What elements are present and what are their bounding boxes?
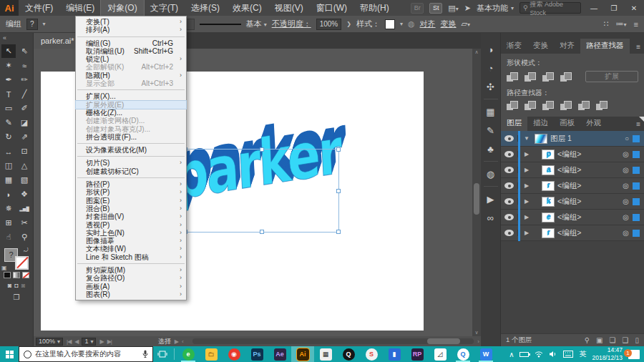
selection-indicator[interactable] — [633, 182, 640, 190]
last-artboard-icon[interactable]: ▶| — [107, 338, 112, 345]
eye-icon[interactable] — [504, 135, 514, 142]
none-button[interactable] — [22, 272, 29, 278]
eyedropper-tool[interactable]: ◗ — [1, 187, 16, 201]
opacity-input[interactable]: 100% — [316, 19, 342, 30]
selection-handle[interactable] — [336, 189, 341, 193]
wps-icon[interactable]: W — [474, 346, 497, 362]
expand-icon[interactable]: ▶ — [522, 151, 532, 157]
panel-menu-icon[interactable]: ≔▾ — [616, 19, 627, 29]
actions-panel-icon[interactable]: ▶ — [487, 190, 494, 208]
menu-item[interactable]: 切片(S)› — [76, 159, 186, 167]
expand-icon[interactable]: ▶ — [522, 198, 532, 205]
transparency-panel-icon[interactable]: ◍ — [487, 165, 494, 183]
collapse-tools-icon[interactable]: « — [0, 33, 33, 43]
blend-tool[interactable]: ❖ — [17, 187, 31, 201]
recolor-artwork-icon[interactable]: ✣ — [487, 77, 494, 96]
visibility-cell[interactable] — [501, 151, 518, 157]
screen-mode-button[interactable]: ❐ — [0, 293, 33, 301]
file-explorer-icon[interactable]: 🗀 — [200, 346, 223, 362]
layer-row-group[interactable]: ▶k<编组>◎ — [501, 194, 644, 210]
menubar-item[interactable]: 选择(S) — [185, 0, 226, 16]
notification-center-icon[interactable]: 1 — [628, 350, 640, 359]
touch-keyboard-icon[interactable] — [563, 351, 573, 358]
taskbar-search-input[interactable]: 在这里输入你要搜索的内容 — [19, 346, 153, 362]
perspective-grid-tool[interactable]: △ — [17, 159, 31, 172]
speaker-icon[interactable] — [549, 351, 557, 358]
symbol-sprayer-tool[interactable]: ✵ — [1, 202, 16, 215]
share-icon[interactable]: ➤ — [464, 4, 471, 13]
document-setup-icon[interactable]: ◍ — [408, 19, 415, 29]
target-icon[interactable]: ◎ — [623, 166, 629, 174]
menubar-item[interactable]: 帮助(H) — [353, 0, 396, 16]
pathfinder-tab-渐变[interactable]: 渐变 — [501, 39, 527, 54]
layer-row-group[interactable]: ▶r<编组>◎ — [501, 225, 644, 241]
menu-item[interactable]: 路径(P)› — [76, 180, 186, 188]
menu-item[interactable]: 混合(B)› — [76, 205, 186, 212]
new-sublayer-icon[interactable]: ❏ — [610, 336, 616, 344]
selection-indicator[interactable] — [633, 151, 640, 158]
selection-indicator[interactable] — [633, 167, 640, 174]
target-icon[interactable]: ○ — [625, 134, 629, 142]
menu-item[interactable]: 排列(A)› — [76, 26, 186, 34]
adobe-stock-search-input[interactable]: ⚲搜索 Adobe Stock — [519, 2, 581, 14]
layers-tab-画板[interactable]: 画板 — [554, 116, 580, 131]
start-button[interactable] — [0, 346, 19, 362]
pathfinder-tab-对齐[interactable]: 对齐 — [554, 39, 580, 54]
menu-item[interactable]: 实时上色(N)› — [76, 229, 186, 237]
profile-caret-icon[interactable]: ▾ — [43, 21, 46, 27]
menubar-item[interactable]: 编辑(E) — [59, 0, 101, 16]
selection-handle[interactable] — [336, 147, 341, 152]
scroll-left-icon[interactable]: ‹ — [182, 338, 183, 345]
selection-indicator[interactable] — [633, 135, 640, 142]
close-button[interactable]: ✕ — [627, 4, 641, 12]
links-panel-icon[interactable]: ∞ — [487, 208, 494, 227]
menu-item[interactable]: 扩展(X)... — [76, 92, 186, 100]
layer-name[interactable]: <编组> — [557, 197, 581, 207]
menu-item[interactable]: 图案(E)› — [76, 197, 186, 205]
stroke-color-swatch[interactable] — [15, 256, 29, 270]
symbols-panel-icon[interactable]: ♣ — [487, 140, 494, 158]
clipping-mask-icon[interactable]: ▣ — [596, 336, 602, 344]
selection-handle[interactable] — [336, 230, 341, 234]
brush-definition-select[interactable]: 基本 ▾ — [246, 19, 267, 29]
target-icon[interactable]: ◎ — [623, 150, 629, 158]
eye-icon[interactable] — [504, 182, 514, 189]
selection-tool[interactable]: ↖ — [1, 44, 16, 58]
after-effects-icon[interactable]: Ae — [268, 346, 291, 362]
menubar-item[interactable]: 窗口(W) — [310, 0, 353, 16]
menu-item[interactable]: 封套扭曲(V)› — [76, 212, 186, 220]
hand-tool[interactable]: ☝ — [1, 230, 16, 244]
exclude-icon[interactable] — [560, 72, 572, 82]
align-link[interactable]: 对齐 — [420, 19, 436, 29]
color-button[interactable] — [4, 272, 11, 278]
artboard-tool[interactable]: ⊞ — [1, 216, 16, 230]
menu-item[interactable]: 栅格化(Z)... — [76, 109, 186, 117]
menubar-item[interactable]: 文件(F) — [19, 0, 59, 16]
photoshop-icon[interactable]: Ps — [245, 346, 268, 362]
eye-icon[interactable] — [504, 230, 514, 236]
vertical-scroll-thumb[interactable] — [474, 183, 479, 215]
rotate-tool[interactable]: ↻ — [1, 130, 16, 144]
touch-workspace-icon[interactable]: ∷ — [604, 19, 609, 29]
selection-handle[interactable] — [260, 230, 264, 234]
layer-name[interactable]: <编组> — [557, 212, 581, 222]
draw-normal-button[interactable]: ◙ — [8, 282, 11, 289]
pen-tool[interactable]: ✒ — [1, 73, 16, 87]
divide-icon[interactable] — [507, 101, 518, 110]
magic-wand-tool[interactable]: ✶ — [1, 59, 16, 72]
menu-item[interactable]: 锁定(L)› — [76, 55, 186, 63]
draw-behind-button[interactable]: ◘ — [14, 282, 18, 289]
minus-front-icon[interactable] — [525, 72, 536, 82]
draw-inside-button[interactable]: ◙ — [21, 282, 25, 289]
visibility-cell[interactable] — [501, 230, 518, 236]
target-icon[interactable]: ◎ — [623, 182, 629, 190]
arrange-documents-icon[interactable]: ▤▾ — [448, 4, 458, 13]
calculator-icon[interactable]: ▦ — [314, 346, 337, 362]
opacity-spinner-icon[interactable]: ❯ — [346, 21, 351, 27]
minimize-button[interactable]: — — [587, 4, 601, 12]
selection-indicator[interactable] — [633, 198, 640, 205]
gradient-tool[interactable]: ▧ — [17, 173, 31, 187]
visibility-cell[interactable] — [501, 198, 518, 205]
visibility-cell[interactable] — [501, 182, 518, 189]
zoom-level-select[interactable]: 100%▾ — [36, 338, 63, 346]
